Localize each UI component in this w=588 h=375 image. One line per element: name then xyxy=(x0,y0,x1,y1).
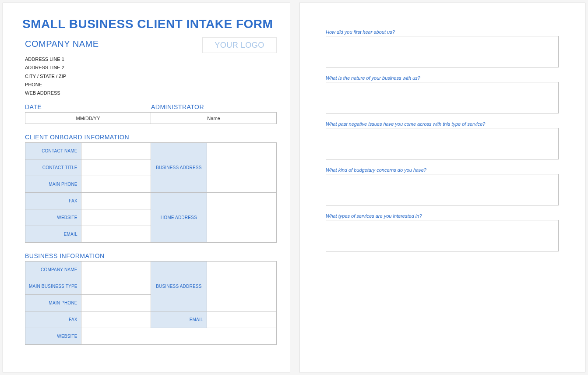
input-email[interactable] xyxy=(81,226,151,243)
date-admin-table: MM/DD/YY Name xyxy=(25,112,277,124)
input-home-address[interactable] xyxy=(207,193,276,243)
input-website[interactable] xyxy=(81,209,151,226)
admin-field[interactable]: Name xyxy=(151,113,277,124)
q1-label: How did you first hear about us? xyxy=(326,29,559,35)
input-bi-company-name[interactable] xyxy=(81,262,151,278)
company-name-placeholder[interactable]: COMPANY NAME xyxy=(25,39,99,49)
input-contact-name[interactable] xyxy=(81,143,151,159)
label-contact-title: CONTACT TITLE xyxy=(25,159,81,176)
q5-input[interactable] xyxy=(326,220,559,251)
header-row: COMPANY NAME YOUR LOGO xyxy=(25,39,277,55)
input-bi-business-type[interactable] xyxy=(81,278,151,295)
q2-label: What is the nature of your business with… xyxy=(326,75,559,81)
page-2: How did you first hear about us? What is… xyxy=(299,3,585,372)
address-line-2[interactable]: ADDRESS LINE 2 xyxy=(25,64,277,72)
date-label: DATE xyxy=(25,103,151,110)
label-email: EMAIL xyxy=(25,226,81,243)
client-onboard-heading: CLIENT ONBOARD INFORMATION xyxy=(25,134,277,141)
logo-placeholder[interactable]: YOUR LOGO xyxy=(202,37,277,53)
label-main-phone: MAIN PHONE xyxy=(25,176,81,193)
q4-label: What kind of budgetary concerns do you h… xyxy=(326,167,559,173)
city-state-zip[interactable]: CITY / STATE / ZIP xyxy=(25,72,277,81)
admin-label: ADMINISTRATOR xyxy=(151,103,204,110)
input-bi-business-address[interactable] xyxy=(207,262,276,311)
company-address-block: ADDRESS LINE 1 ADDRESS LINE 2 CITY / STA… xyxy=(25,55,277,97)
q3-input[interactable] xyxy=(326,128,559,159)
question-1: How did you first hear about us? xyxy=(326,29,559,67)
label-business-address: BUSINESS ADDRESS xyxy=(151,143,207,193)
business-info-heading: BUSINESS INFORMATION xyxy=(25,252,277,259)
company-phone[interactable]: PHONE xyxy=(25,81,277,89)
q3-label: What past negative issues have you come … xyxy=(326,121,559,127)
label-home-address: HOME ADDRESS xyxy=(151,193,207,243)
date-admin-labels: DATE ADMINISTRATOR xyxy=(25,103,277,110)
label-bi-fax: FAX xyxy=(25,311,81,328)
input-business-address[interactable] xyxy=(207,143,276,193)
input-bi-main-phone[interactable] xyxy=(81,295,151,311)
form-title: SMALL BUSINESS CLIENT INTAKE FORM xyxy=(22,17,277,31)
question-5: What types of services are you intereste… xyxy=(326,213,559,251)
q4-input[interactable] xyxy=(326,174,559,205)
company-web[interactable]: WEB ADDRESS xyxy=(25,89,277,97)
page-1: SMALL BUSINESS CLIENT INTAKE FORM COMPAN… xyxy=(3,3,290,372)
label-website: WEBSITE xyxy=(25,209,81,226)
input-main-phone[interactable] xyxy=(81,176,151,193)
question-4: What kind of budgetary concerns do you h… xyxy=(326,167,559,205)
input-contact-title[interactable] xyxy=(81,159,151,176)
label-bi-email: EMAIL xyxy=(151,311,207,328)
label-contact-name: CONTACT NAME xyxy=(25,143,81,159)
q5-label: What types of services are you intereste… xyxy=(326,213,559,219)
label-bi-business-type: MAIN BUSINESS TYPE xyxy=(25,278,81,295)
input-bi-website[interactable] xyxy=(81,328,276,345)
input-fax[interactable] xyxy=(81,193,151,209)
address-line-1[interactable]: ADDRESS LINE 1 xyxy=(25,55,277,64)
question-3: What past negative issues have you come … xyxy=(326,121,559,159)
question-2: What is the nature of your business with… xyxy=(326,75,559,113)
input-bi-email[interactable] xyxy=(207,311,276,328)
business-info-table: COMPANY NAME BUSINESS ADDRESS MAIN BUSIN… xyxy=(25,261,277,345)
label-fax: FAX xyxy=(25,193,81,209)
label-bi-main-phone: MAIN PHONE xyxy=(25,295,81,311)
client-onboard-table: CONTACT NAME BUSINESS ADDRESS CONTACT TI… xyxy=(25,142,277,243)
label-bi-website: WEBSITE xyxy=(25,328,81,345)
label-bi-company-name: COMPANY NAME xyxy=(25,262,81,278)
input-bi-fax[interactable] xyxy=(81,311,151,328)
label-bi-business-address: BUSINESS ADDRESS xyxy=(151,262,207,311)
q2-input[interactable] xyxy=(326,82,559,113)
q1-input[interactable] xyxy=(326,36,559,67)
date-field[interactable]: MM/DD/YY xyxy=(25,113,151,124)
